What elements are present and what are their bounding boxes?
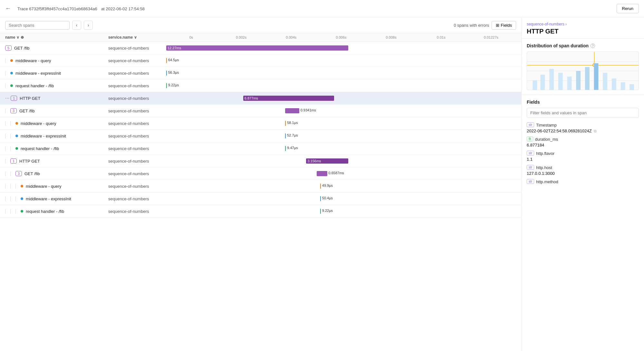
service-cell: sequence-of-numbers xyxy=(108,96,166,101)
timeline-cell: 56.3μs xyxy=(166,69,516,78)
bar-duration-label: 3.156ms xyxy=(307,159,321,163)
svg-rect-2 xyxy=(549,69,554,90)
service-cell: sequence-of-numbers xyxy=(108,184,166,189)
breadcrumb[interactable]: sequence-of-numbers › xyxy=(527,22,639,26)
trace-timestamp: at 2022-06-02 17:54:58 xyxy=(101,6,145,11)
filter-icon[interactable]: ⊕ xyxy=(21,35,24,40)
prev-button[interactable]: ‹ xyxy=(72,21,81,30)
table-row[interactable]: 3GET /fibsequence-of-numbers0.6587ms xyxy=(0,167,521,180)
table-row[interactable]: 3GET /fibsequence-of-numbers0.9341ms xyxy=(0,105,521,117)
time-header: 0s 0.002s 0.004s 0.006s 0.008s 0.01s 0.0… xyxy=(166,35,516,39)
toolbar: ‹ › 0 spans with errors ⊞ Fields xyxy=(0,17,521,33)
span-bar xyxy=(320,184,321,189)
distribution-section: Distribution of span duration ? xyxy=(522,39,644,95)
timeline-cell: 3.156ms xyxy=(166,157,516,166)
indent-spacer xyxy=(5,146,10,151)
indent-spacer xyxy=(5,83,10,88)
field-value: 1.1 xyxy=(527,157,639,162)
span-name-cell: middleware - expressInit xyxy=(5,134,108,138)
service-cell: sequence-of-numbers xyxy=(108,146,166,151)
field-name: http.host xyxy=(536,165,552,170)
field-name: http.method xyxy=(536,179,558,184)
duration-label: 0.6587ms xyxy=(329,171,344,175)
service-cell: sequence-of-numbers xyxy=(108,159,166,164)
span-bar xyxy=(166,83,167,88)
span-name-cell: 1HTTP GET xyxy=(5,158,108,164)
right-panel-header: sequence-of-numbers › HTTP GET xyxy=(522,17,644,39)
span-bar xyxy=(166,58,167,63)
timeline-cell: 9.47μs xyxy=(166,144,516,153)
span-count-badge: 1 xyxy=(11,96,17,101)
indent-spacer xyxy=(5,196,10,201)
filter-fields-input[interactable] xyxy=(527,108,639,118)
field-item: strhttp.method xyxy=(527,179,639,185)
span-count-badge: 3 xyxy=(10,108,17,113)
timeline-inner: 6.877ms xyxy=(166,95,516,101)
indent-spacer xyxy=(15,196,21,201)
span-label: GET /fib xyxy=(14,46,29,51)
bar-duration-label: 12.27ms xyxy=(168,46,181,50)
indent-spacer xyxy=(5,209,10,214)
table-row[interactable]: request handler - /fibsequence-of-number… xyxy=(0,142,521,155)
field-value-text: 127.0.0.1:3000 xyxy=(527,171,555,176)
fields-section: Fields strTimestamp2022-06-02T22:54:58.0… xyxy=(522,95,644,193)
span-label: request handler - /fib xyxy=(26,209,64,214)
span-count-badge: 1 xyxy=(10,158,17,164)
field-tag-row: strhttp.flavor xyxy=(527,151,639,156)
table-row[interactable]: middleware - querysequence-of-numbers64.… xyxy=(0,54,521,67)
next-button[interactable]: › xyxy=(84,21,93,30)
info-icon[interactable]: ? xyxy=(591,43,595,48)
indent-spacer xyxy=(5,184,10,189)
field-item: strhttp.host127.0.0.1:3000 xyxy=(527,165,639,176)
span-label: middleware - expressInit xyxy=(15,71,61,76)
copy-icon[interactable]: ⧉ xyxy=(594,129,597,133)
span-dot xyxy=(21,197,23,200)
table-row[interactable]: middleware - querysequence-of-numbers58.… xyxy=(0,117,521,130)
span-bar xyxy=(166,71,167,76)
table-row[interactable]: middleware - expressInitsequence-of-numb… xyxy=(0,67,521,80)
indent-spacer xyxy=(10,171,15,176)
timeline-inner: 9.22μs xyxy=(166,208,516,214)
table-row[interactable]: middleware - expressInitsequence-of-numb… xyxy=(0,130,521,142)
field-type-tag: str xyxy=(527,179,534,184)
indent-spacer xyxy=(5,159,10,164)
span-bar xyxy=(320,196,321,201)
field-name: duration_ms xyxy=(535,137,558,142)
svg-rect-9 xyxy=(612,79,616,90)
distribution-chart xyxy=(527,52,639,90)
sort-icon[interactable]: ∨ xyxy=(16,35,19,40)
table-row[interactable]: request handler - /fibsequence-of-number… xyxy=(0,205,521,218)
table-row[interactable]: middleware - querysequence-of-numbers49.… xyxy=(0,180,521,193)
timeline-inner: 58.1μs xyxy=(166,120,516,127)
svg-rect-10 xyxy=(621,82,625,90)
svg-rect-11 xyxy=(630,84,634,90)
field-item: fltduration_ms6.877184 xyxy=(527,137,639,147)
duration-label: 9.22μs xyxy=(322,209,333,213)
service-sort-icon[interactable]: ∨ xyxy=(134,35,137,40)
span-name-cell: middleware - expressInit xyxy=(5,196,108,201)
indent-spacer xyxy=(10,196,15,201)
indent-spacer xyxy=(10,121,15,126)
duration-label: 50.4μs xyxy=(322,196,333,200)
span-name-cell: request handler - /fib xyxy=(5,83,108,88)
field-item: strTimestamp2022-06-02T22:54:58.06928102… xyxy=(527,122,639,133)
span-count-badge: 5 xyxy=(5,45,12,51)
table-row[interactable]: 1HTTP GETsequence-of-numbers3.156ms xyxy=(0,155,521,167)
table-row[interactable]: request handler - /fibsequence-of-number… xyxy=(0,80,521,92)
fields-button[interactable]: ⊞ Fields xyxy=(492,21,516,30)
timeline-inner: 3.156ms xyxy=(166,158,516,164)
table-row[interactable]: middleware - expressInitsequence-of-numb… xyxy=(0,193,521,205)
span-label: middleware - query xyxy=(15,58,51,63)
rerun-button[interactable]: Rerun xyxy=(617,4,639,13)
table-row[interactable]: 5GET /fibsequence-of-numbers12.27ms xyxy=(0,42,521,54)
table-row[interactable]: ···1HTTP GETsequence-of-numbers6.877ms xyxy=(0,92,521,105)
search-input[interactable] xyxy=(5,21,70,30)
field-type-tag: str xyxy=(527,122,534,127)
field-type-tag: flt xyxy=(527,137,533,141)
back-button[interactable]: ← xyxy=(5,5,11,12)
error-count: 0 spans with errors xyxy=(454,23,489,28)
span-name-cell: middleware - query xyxy=(5,184,108,189)
timeline-inner: 0.9341ms xyxy=(166,108,516,114)
field-value-text: 1.1 xyxy=(527,157,533,162)
dots-icon: ··· xyxy=(5,95,9,101)
